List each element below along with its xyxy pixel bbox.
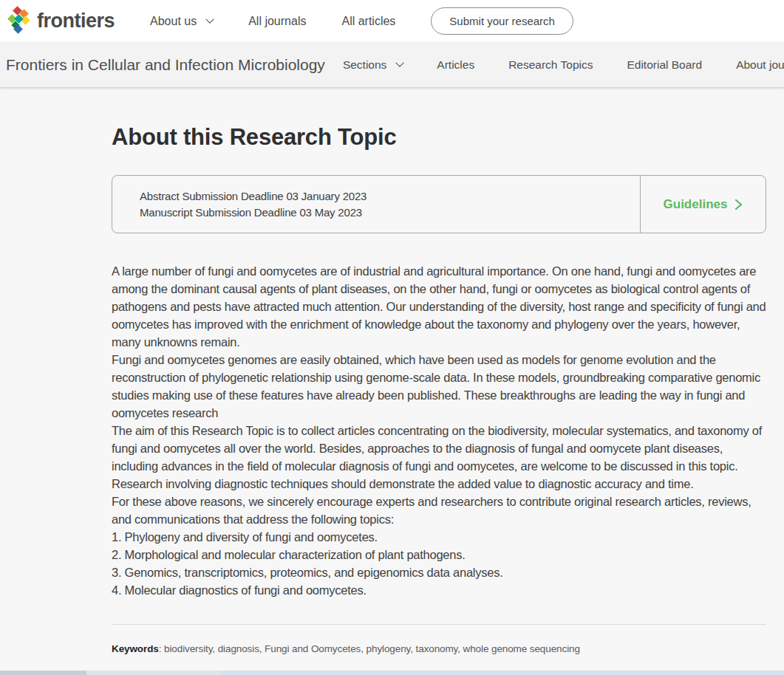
nav-sections-label: Sections: [343, 58, 386, 72]
nav-editorial-board-label: Editorial Board: [627, 58, 702, 72]
nav-articles-label: Articles: [437, 58, 474, 72]
paragraph: Fungi and oomycetes genomes are easily o…: [112, 351, 766, 422]
page: frontiers About us All journals All arti…: [0, 0, 784, 675]
paragraph: The aim of this Research Topic is to col…: [112, 422, 766, 493]
list-item: 1. Phylogeny and diversity of fungi and …: [112, 528, 766, 546]
submission-deadlines-box: Abstract Submission Deadline 03 January …: [112, 175, 766, 233]
keywords-value: : biodiversity, diagnosis, Fungi and Oom…: [159, 643, 580, 654]
nav-all-articles[interactable]: All articles: [341, 15, 395, 28]
nav-articles[interactable]: Articles: [437, 58, 474, 72]
nav-about-journal-label: About journal: [736, 58, 784, 72]
frontiers-logo-icon: [7, 6, 31, 37]
list-item: 4. Molecular diagnostics of fungi and oo…: [112, 581, 766, 599]
paragraph: For these above reasons, we sincerely en…: [112, 493, 766, 528]
chevron-down-icon: [206, 15, 214, 23]
nav-editorial-board[interactable]: Editorial Board: [627, 58, 702, 72]
frontiers-wordmark: frontiers: [37, 10, 115, 32]
keywords-line: Keywords: biodiversity, diagnosis, Fungi…: [112, 643, 766, 654]
abstract-deadline: Abstract Submission Deadline 03 January …: [140, 188, 640, 205]
guidelines-cell: Guidelines: [640, 176, 766, 233]
main-content: About this Research Topic Abstract Submi…: [0, 88, 784, 654]
frontiers-logo[interactable]: frontiers: [7, 6, 115, 37]
top-navigation-bar: frontiers About us All journals All arti…: [0, 0, 784, 42]
nav-about-us[interactable]: About us: [150, 15, 213, 28]
nav-all-journals[interactable]: All journals: [248, 15, 306, 28]
journal-navigation-bar: Frontiers in Cellular and Infection Micr…: [0, 42, 784, 88]
nav-all-journals-label: All journals: [248, 15, 306, 28]
list-item: 3. Genomics, transcriptomics, proteomics…: [112, 563, 766, 581]
page-title: About this Research Topic: [112, 124, 766, 151]
guidelines-link[interactable]: Guidelines: [664, 197, 743, 212]
manuscript-deadline: Manuscript Submission Deadline 03 May 20…: [140, 205, 640, 221]
top-nav-links: About us All journals All articles: [150, 15, 395, 28]
chevron-right-icon: [734, 199, 743, 210]
bottom-strip: [0, 671, 784, 675]
nav-all-articles-label: All articles: [341, 15, 395, 28]
nav-research-topics[interactable]: Research Topics: [508, 58, 593, 72]
list-item: 2. Morphological and molecular character…: [112, 546, 766, 563]
nav-research-topics-label: Research Topics: [508, 58, 593, 72]
topic-description: A large number of fungi and oomycetes ar…: [112, 262, 766, 599]
nav-about-us-label: About us: [150, 15, 197, 28]
submit-your-research-button[interactable]: Submit your research: [431, 7, 573, 35]
journal-title[interactable]: Frontiers in Cellular and Infection Micr…: [6, 56, 325, 74]
deadline-lines: Abstract Submission Deadline 03 January …: [112, 176, 640, 233]
nav-sections[interactable]: Sections: [343, 58, 403, 72]
guidelines-label: Guidelines: [664, 197, 728, 212]
journal-nav-links: Sections Articles Research Topics Editor…: [343, 58, 784, 72]
chevron-down-icon: [396, 58, 404, 66]
paragraph: A large number of fungi and oomycetes ar…: [112, 262, 766, 351]
section-divider: [112, 624, 766, 625]
keywords-label: Keywords: [112, 643, 159, 654]
nav-about-journal[interactable]: About journal: [736, 58, 784, 72]
